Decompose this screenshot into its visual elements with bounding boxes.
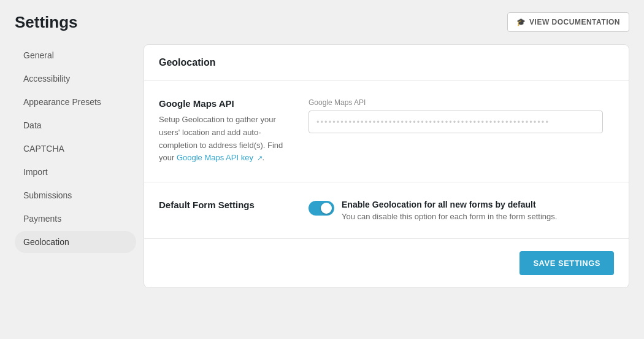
default-form-section: Default Form Settings Enable Geolocation…: [144, 182, 629, 239]
google-maps-label: Google Maps API Setup Geolocation to gat…: [159, 98, 294, 165]
sidebar-item-captcha[interactable]: CAPTCHA: [15, 138, 136, 160]
content-footer: SAVE SETTINGS: [144, 239, 629, 287]
default-form-label: Default Form Settings: [159, 200, 294, 221]
sidebar-item-payments[interactable]: Payments: [15, 208, 136, 230]
toggle-text: Enable Geolocation for all new forms by …: [342, 200, 557, 221]
google-maps-heading: Google Maps API: [159, 98, 294, 109]
view-docs-label: VIEW DOCUMENTATION: [529, 18, 620, 26]
geolocation-toggle[interactable]: [309, 201, 334, 216]
google-maps-content: Google Maps API: [309, 98, 614, 165]
sidebar-item-import[interactable]: Import: [15, 161, 136, 183]
toggle-description: You can disable this option for each for…: [342, 212, 557, 221]
page-title: Settings: [15, 13, 78, 32]
toggle-label: Enable Geolocation for all new forms by …: [342, 200, 557, 209]
sidebar-item-data[interactable]: Data: [15, 114, 136, 136]
graduation-cap-icon: 🎓: [516, 18, 526, 26]
google-maps-api-input[interactable]: [309, 111, 603, 133]
toggle-row: Enable Geolocation for all new forms by …: [309, 200, 614, 221]
content-header: Geolocation: [144, 45, 629, 81]
sidebar-item-appearance-presets[interactable]: Appearance Presets: [15, 91, 136, 113]
google-maps-api-link[interactable]: Google Maps API key ↗: [177, 153, 263, 162]
save-settings-button[interactable]: SAVE SETTINGS: [519, 251, 614, 275]
sidebar-item-submissions[interactable]: Submissions: [15, 184, 136, 206]
default-form-heading: Default Form Settings: [159, 200, 294, 210]
google-maps-description: Setup Geolocation to gather your users' …: [159, 114, 294, 165]
section-heading: Geolocation: [159, 57, 614, 68]
content-area: Geolocation Google Maps API Setup Geoloc…: [144, 44, 629, 288]
api-field-label: Google Maps API: [309, 98, 614, 107]
sidebar-item-accessibility[interactable]: Accessibility: [15, 68, 136, 90]
sidebar: General Accessibility Appearance Presets…: [15, 44, 144, 288]
default-form-content: Enable Geolocation for all new forms by …: [309, 200, 614, 221]
external-link-icon: ↗: [257, 153, 263, 164]
google-maps-section: Google Maps API Setup Geolocation to gat…: [144, 81, 629, 182]
sidebar-item-geolocation[interactable]: Geolocation: [15, 231, 136, 253]
sidebar-item-general[interactable]: General: [15, 44, 136, 66]
view-documentation-button[interactable]: 🎓 VIEW DOCUMENTATION: [507, 12, 629, 32]
